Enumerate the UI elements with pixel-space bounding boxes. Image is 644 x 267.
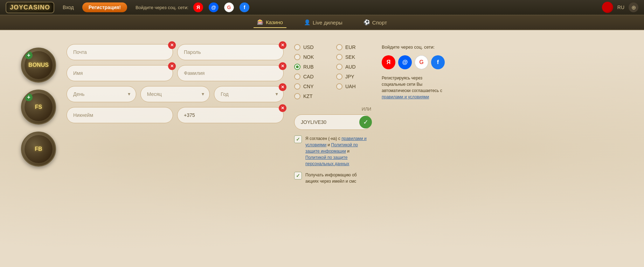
- facebook-icon[interactable]: f: [240, 2, 249, 12]
- terms-link-3[interactable]: Политикой по защите персональных данных: [305, 155, 349, 166]
- nickname-field-wrapper: [67, 107, 173, 123]
- firstname-clear-button[interactable]: ✕: [168, 62, 176, 70]
- lastname-clear-button[interactable]: ✕: [279, 62, 286, 70]
- terms-checkbox[interactable]: [294, 135, 302, 143]
- bonus-plus-icon: +: [25, 51, 33, 59]
- sport-label: Спорт: [372, 20, 387, 26]
- cad-label: CAD: [303, 74, 314, 79]
- secondary-navigation: 🎰 Казино 👤 Live дилеры ⚽ Спорт: [0, 15, 644, 30]
- right-mail-icon[interactable]: @: [398, 55, 412, 69]
- fs-badge[interactable]: + FS: [21, 90, 56, 125]
- promo-checkbox[interactable]: [294, 172, 302, 180]
- password-clear-button[interactable]: ✕: [279, 41, 286, 49]
- top-navigation: JOYCASINO Вход Регистрация! Войдите чере…: [0, 0, 644, 15]
- promo-subscribe-row: Получать информацию об акциях через имей…: [294, 172, 371, 184]
- right-social-link[interactable]: правилами и условиями: [382, 94, 429, 99]
- phone-input[interactable]: [177, 107, 284, 123]
- currency-jpy[interactable]: JPY: [336, 73, 371, 80]
- promo-check-icon: ✓: [359, 116, 372, 128]
- currency-cny[interactable]: CNY: [294, 83, 329, 90]
- email-clear-button[interactable]: ✕: [168, 41, 176, 49]
- rub-radio[interactable]: [294, 64, 300, 70]
- terms-agree-row: Я согласен (-на) с правилами и условиями…: [294, 135, 371, 167]
- right-social-title: Войдите через соц. сети:: [382, 44, 445, 50]
- terms-section: Я согласен (-на) с правилами и условиями…: [294, 135, 371, 184]
- nav-live-dealers[interactable]: 👤 Live дилеры: [300, 17, 346, 28]
- bonus-badge[interactable]: + BONUS: [21, 48, 56, 83]
- usd-radio[interactable]: [294, 44, 300, 50]
- email-field-wrapper: ✕: [67, 44, 173, 60]
- password-field-wrapper: ✕: [177, 44, 284, 60]
- social-prompt: Войдите через соц. сети:: [136, 5, 188, 10]
- currency-eur[interactable]: EUR: [336, 44, 371, 50]
- year-select[interactable]: Год 20001999: [214, 86, 284, 102]
- currency-uah[interactable]: UAH: [336, 83, 371, 90]
- phone-clear-button[interactable]: ✕: [279, 104, 286, 112]
- sport-icon: ⚽: [363, 19, 370, 26]
- promo-section: ИЛИ ✓: [294, 106, 371, 130]
- nav-casino[interactable]: 🎰 Казино: [254, 17, 286, 28]
- right-social-desc: Регистрируясь через социальные сети Вы а…: [382, 75, 445, 100]
- mail-icon[interactable]: @: [209, 2, 219, 12]
- fs-plus-icon: +: [25, 93, 33, 101]
- eur-radio[interactable]: [336, 44, 342, 50]
- year-field-wrapper: Год 20001999 ▼ ✕: [214, 86, 284, 102]
- bonus-label: BONUS: [28, 62, 49, 68]
- currency-section: USD EUR NOK SEK RUB AUD: [294, 41, 371, 258]
- password-input[interactable]: [177, 44, 284, 60]
- currency-nok[interactable]: NOK: [294, 54, 329, 60]
- currency-sek[interactable]: SEK: [336, 54, 371, 60]
- currency-aud[interactable]: AUD: [336, 64, 371, 70]
- email-password-row: ✕ ✕: [67, 44, 284, 60]
- casino-icon: 🎰: [257, 19, 264, 25]
- right-google-icon[interactable]: G: [415, 55, 428, 69]
- right-yandex-icon[interactable]: Я: [382, 55, 395, 69]
- currency-grid: USD EUR NOK SEK RUB AUD: [294, 44, 371, 99]
- register-button[interactable]: Регистрация!: [82, 2, 127, 12]
- uah-radio[interactable]: [336, 83, 342, 90]
- nickname-input[interactable]: [67, 107, 173, 123]
- currency-cad[interactable]: CAD: [294, 73, 329, 80]
- google-icon[interactable]: G: [224, 2, 234, 12]
- nok-label: NOK: [303, 54, 314, 60]
- dob-row: День 123 ▼ Месяц ЯнварьФевраль ▼ Год 200…: [67, 86, 284, 102]
- email-input[interactable]: [67, 44, 173, 60]
- site-logo[interactable]: JOYCASINO: [6, 2, 54, 13]
- right-facebook-icon[interactable]: f: [431, 55, 445, 69]
- right-social-icons: Я @ G f: [382, 55, 445, 69]
- day-field-wrapper: День 123 ▼: [67, 86, 136, 102]
- currency-kzt[interactable]: KZT: [294, 93, 329, 99]
- yandex-icon[interactable]: Я: [193, 2, 203, 12]
- account-icon[interactable]: ⊕: [629, 2, 638, 12]
- promo-field-wrapper: ✓: [294, 114, 371, 130]
- phone-field-wrapper: ✕: [177, 107, 284, 123]
- fb-badge[interactable]: FB: [21, 132, 56, 167]
- name-row: ✕ ✕: [67, 65, 284, 81]
- main-content: + BONUS + FS FB ✕ ✕: [0, 30, 644, 267]
- nok-radio[interactable]: [294, 54, 300, 60]
- sek-radio[interactable]: [336, 54, 342, 60]
- firstname-input[interactable]: [67, 65, 173, 81]
- language-label[interactable]: RU: [617, 5, 624, 10]
- sek-label: SEK: [345, 54, 355, 60]
- aud-radio[interactable]: [336, 64, 342, 70]
- eur-label: EUR: [345, 44, 356, 50]
- lastname-input[interactable]: [177, 65, 284, 81]
- cny-label: CNY: [303, 84, 314, 89]
- nav-sport[interactable]: ⚽ Спорт: [360, 17, 390, 28]
- cny-radio[interactable]: [294, 83, 300, 90]
- jpy-radio[interactable]: [336, 73, 342, 80]
- ili-label: ИЛИ: [294, 106, 371, 112]
- month-select[interactable]: Месяц ЯнварьФевраль: [140, 86, 210, 102]
- cad-radio[interactable]: [294, 73, 300, 80]
- fb-label: FB: [35, 146, 42, 152]
- kzt-radio[interactable]: [294, 93, 300, 99]
- year-clear-button[interactable]: ✕: [279, 83, 286, 91]
- rub-label: RUB: [303, 64, 314, 70]
- bonus-badges: + BONUS + FS FB: [21, 41, 56, 258]
- language-flag[interactable]: [602, 2, 613, 13]
- currency-rub[interactable]: RUB: [294, 64, 329, 70]
- day-select[interactable]: День 123: [67, 86, 136, 102]
- login-button[interactable]: Вход: [58, 3, 78, 12]
- currency-usd[interactable]: USD: [294, 44, 329, 50]
